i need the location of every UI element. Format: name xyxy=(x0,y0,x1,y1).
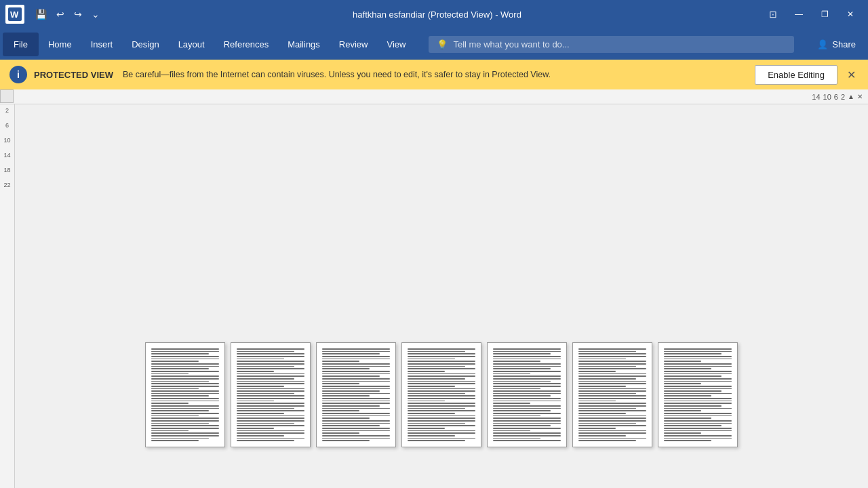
menu-item-mailings[interactable]: Mailings xyxy=(278,33,330,56)
page-thumbnail-3 xyxy=(316,342,396,447)
ruler-num-2: 2 xyxy=(841,93,845,101)
page-7-content xyxy=(664,348,732,441)
ribbon-display-button[interactable]: ⊡ xyxy=(765,6,781,22)
customize-button[interactable]: ⌄ xyxy=(87,6,104,22)
vertical-ruler: 2 6 10 14 18 22 xyxy=(0,104,15,488)
undo-redo-group: 💾 ↩ ↪ ⌄ xyxy=(31,6,104,22)
share-button[interactable]: 👤 Share xyxy=(808,35,865,54)
close-bar-icon[interactable]: ✕ xyxy=(844,66,859,84)
page-thumbnail-4 xyxy=(401,342,481,447)
ruler-triangle-right: ✕ xyxy=(857,93,863,100)
lightbulb-icon: 💡 xyxy=(437,39,448,49)
info-icon: i xyxy=(9,66,27,83)
pages-row xyxy=(145,342,738,447)
ruler-num-6: 6 xyxy=(834,93,838,101)
title-bar: W 💾 ↩ ↪ ⌄ haftkhan esfandiar (Protected … xyxy=(0,0,868,28)
title-bar-left: W 💾 ↩ ↪ ⌄ xyxy=(5,5,109,24)
page-5-content xyxy=(493,348,561,441)
title-bar-right: ⊡ — ❐ ✕ xyxy=(765,5,863,24)
document-area xyxy=(15,104,868,488)
menu-item-insert[interactable]: Insert xyxy=(81,33,123,56)
word-icon: W xyxy=(5,5,24,24)
save-button[interactable]: 💾 xyxy=(31,6,51,22)
person-icon: 👤 xyxy=(817,39,828,49)
ruler-triangle-left: ▲ xyxy=(848,93,854,100)
search-placeholder-text: Tell me what you want to do... xyxy=(453,39,569,49)
ruler-num-10: 10 xyxy=(823,93,831,101)
page-thumbnail-6 xyxy=(572,342,652,447)
page-2-content xyxy=(237,348,304,441)
page-thumbnail-1 xyxy=(145,342,225,447)
restore-button[interactable]: ❐ xyxy=(812,5,837,24)
close-button[interactable]: ✕ xyxy=(838,5,863,24)
document-title: haftkhan esfandiar (Protected View) - Wo… xyxy=(109,9,765,20)
menu-item-review[interactable]: Review xyxy=(330,33,378,56)
ruler-num-14: 14 xyxy=(812,93,820,101)
menu-bar: File Home Insert Design Layout Reference… xyxy=(0,28,868,60)
ruler-corner xyxy=(0,89,14,103)
menu-item-home[interactable]: Home xyxy=(39,33,81,56)
ruler-numbers: 14 10 6 2 ▲ ✕ xyxy=(812,93,863,101)
redo-button[interactable]: ↪ xyxy=(70,6,86,22)
enable-editing-button[interactable]: Enable Editing xyxy=(755,65,837,85)
page-thumbnail-2 xyxy=(231,342,311,447)
horizontal-ruler: 14 10 6 2 ▲ ✕ xyxy=(0,89,868,104)
page-3-content xyxy=(322,348,390,441)
page-thumbnail-5 xyxy=(487,342,567,447)
page-thumbnail-7 xyxy=(658,342,738,447)
page-1-content xyxy=(151,348,219,441)
protected-view-bar: i PROTECTED VIEW Be careful—files from t… xyxy=(0,60,868,89)
main-area: 2 6 10 14 18 22 xyxy=(0,104,868,488)
undo-button[interactable]: ↩ xyxy=(52,6,68,22)
share-label: Share xyxy=(832,39,856,49)
svg-text:W: W xyxy=(10,9,19,20)
page-4-content xyxy=(408,348,475,441)
tell-me-search[interactable]: 💡 Tell me what you want to do... xyxy=(429,36,794,53)
protected-view-message: Be careful—files from the Internet can c… xyxy=(123,70,748,79)
protected-view-label: PROTECTED VIEW xyxy=(34,70,113,80)
page-6-content xyxy=(578,348,646,441)
minimize-button[interactable]: — xyxy=(787,5,811,24)
window-controls: — ❐ ✕ xyxy=(787,5,863,24)
menu-item-layout[interactable]: Layout xyxy=(169,33,214,56)
menu-item-view[interactable]: View xyxy=(377,33,415,56)
menu-item-design[interactable]: Design xyxy=(122,33,168,56)
menu-item-references[interactable]: References xyxy=(214,33,278,56)
menu-item-file[interactable]: File xyxy=(3,33,39,56)
